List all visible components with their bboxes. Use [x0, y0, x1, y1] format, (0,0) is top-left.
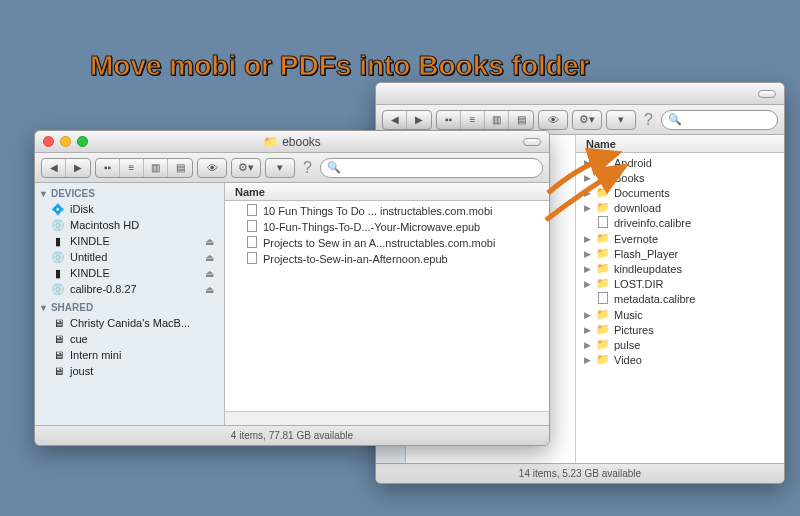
file-row[interactable]: Projects-to-Sew-in-an-Afternoon.epub	[225, 251, 549, 267]
file-row[interactable]: 10 Fun Things To Do ... instructables.co…	[225, 203, 549, 219]
horizontal-scrollbar[interactable]	[225, 411, 549, 425]
titlebar[interactable]: KINDLE	[376, 83, 784, 105]
file-row[interactable]: driveinfo.calibre	[576, 215, 784, 231]
titlebar[interactable]: 📁 ebooks	[35, 131, 549, 153]
forward-button[interactable]: ▶	[407, 111, 431, 129]
file-row[interactable]: ▶📁LOST.DIR	[576, 276, 784, 291]
eject-icon[interactable]: ⏏	[205, 268, 220, 279]
folder-icon: 📁	[596, 186, 610, 198]
eject-icon[interactable]: ⏏	[205, 236, 220, 247]
zoom-button[interactable]	[77, 136, 88, 147]
file-row[interactable]: ▶📁Music	[576, 307, 784, 322]
window-title: ebooks	[282, 135, 321, 149]
sidebar-item[interactable]: 🖥Intern mini	[35, 347, 224, 363]
action-menu-button[interactable]: ⚙▾	[231, 158, 261, 178]
disclosure-triangle[interactable]: ▶	[582, 264, 592, 274]
file-row[interactable]: ▶📁Android	[576, 155, 784, 170]
back-button[interactable]: ◀	[42, 159, 66, 177]
file-name: Pictures	[614, 324, 654, 336]
coverflow-view-button[interactable]: ▤	[168, 159, 192, 177]
column-view-button[interactable]: ▥	[485, 111, 509, 129]
folder-icon: 📁	[596, 353, 610, 365]
file-row[interactable]: ▶📁kindleupdates	[576, 261, 784, 276]
sidebar-item[interactable]: ▮KINDLE⏏	[35, 265, 224, 281]
column-header-name[interactable]: Name	[576, 135, 784, 153]
file-row[interactable]: ▶📁Documents	[576, 185, 784, 200]
folder-icon: 📁	[596, 323, 610, 335]
toolbar-toggle-pill[interactable]	[758, 90, 776, 98]
device-icon: 💿	[51, 251, 65, 263]
disclosure-triangle[interactable]: ▶	[582, 279, 592, 289]
dropbox-button[interactable]: ▾	[606, 110, 636, 130]
nav-buttons: ◀ ▶	[382, 110, 432, 130]
disclosure-triangle[interactable]: ▶	[582, 173, 592, 183]
instruction-caption: Move mobi or PDFs into Books folder	[90, 50, 589, 82]
sidebar-item[interactable]: ▮KINDLE⏏	[35, 233, 224, 249]
quicklook-button[interactable]: 👁	[197, 158, 227, 178]
coverflow-view-button[interactable]: ▤	[509, 111, 533, 129]
sidebar-item[interactable]: 🖥cue	[35, 331, 224, 347]
file-row[interactable]: metadata.calibre	[576, 291, 784, 307]
file-name: Evernote	[614, 233, 658, 245]
action-menu-button[interactable]: ⚙▾	[572, 110, 602, 130]
file-row[interactable]: ▶📁download	[576, 200, 784, 215]
column-view-button[interactable]: ▥	[144, 159, 168, 177]
eject-icon[interactable]: ⏏	[205, 252, 220, 263]
file-row[interactable]: ▶📁pulse	[576, 337, 784, 352]
disclosure-triangle[interactable]: ▶	[582, 249, 592, 259]
disclosure-triangle[interactable]: ▶	[582, 234, 592, 244]
device-icon: 💿	[51, 219, 65, 231]
back-button[interactable]: ◀	[383, 111, 407, 129]
column-header-name[interactable]: Name	[225, 183, 549, 201]
disclosure-triangle[interactable]: ▶	[582, 158, 592, 168]
file-name: metadata.calibre	[614, 293, 695, 305]
devices-header[interactable]: ▼DEVICES	[35, 183, 224, 201]
search-field[interactable]: 🔍	[661, 110, 778, 130]
shared-header[interactable]: ▼SHARED	[35, 297, 224, 315]
sidebar-item[interactable]: 💿Macintosh HD	[35, 217, 224, 233]
file-row[interactable]: ▶📁Pictures	[576, 322, 784, 337]
file-name: 10 Fun Things To Do ... instructables.co…	[263, 205, 492, 217]
file-row[interactable]: Projects to Sew in an A...nstructables.c…	[225, 235, 549, 251]
minimize-button[interactable]	[60, 136, 71, 147]
help-icon[interactable]: ?	[299, 159, 316, 177]
sidebar-item-label: Macintosh HD	[70, 219, 139, 231]
eject-icon[interactable]: ⏏	[205, 284, 220, 295]
forward-button[interactable]: ▶	[66, 159, 90, 177]
disclosure-triangle[interactable]: ▶	[582, 355, 592, 365]
sidebar-item[interactable]: 🖥joust	[35, 363, 224, 379]
device-icon: 💠	[51, 203, 65, 215]
file-icon	[598, 216, 608, 228]
file-name: Flash_Player	[614, 248, 678, 260]
file-row[interactable]: ▶📁Books	[576, 170, 784, 185]
sidebar-item[interactable]: 💠iDisk	[35, 201, 224, 217]
dropbox-button[interactable]: ▾	[265, 158, 295, 178]
toolbar-toggle-pill[interactable]	[523, 138, 541, 146]
file-name: pulse	[614, 339, 640, 351]
file-row[interactable]: ▶📁Evernote	[576, 231, 784, 246]
icon-view-button[interactable]: ▪▪	[437, 111, 461, 129]
disclosure-triangle[interactable]: ▶	[582, 310, 592, 320]
list-view-button[interactable]: ≡	[120, 159, 144, 177]
quicklook-button[interactable]: 👁	[538, 110, 568, 130]
disclosure-triangle[interactable]: ▶	[582, 340, 592, 350]
disclosure-triangle[interactable]: ▶	[582, 325, 592, 335]
help-icon[interactable]: ?	[640, 111, 657, 129]
disclosure-triangle[interactable]: ▶	[582, 188, 592, 198]
sidebar-item[interactable]: 🖥Christy Canida's MacB...	[35, 315, 224, 331]
search-field[interactable]: 🔍	[320, 158, 543, 178]
sidebar-item[interactable]: 💿Untitled⏏	[35, 249, 224, 265]
list-view-button[interactable]: ≡	[461, 111, 485, 129]
folder-icon: 📁	[596, 156, 610, 168]
file-list[interactable]: 10 Fun Things To Do ... instructables.co…	[225, 201, 549, 411]
icon-view-button[interactable]: ▪▪	[96, 159, 120, 177]
sidebar-item-label: Intern mini	[70, 349, 121, 361]
file-column: Name ▶📁Android▶📁Books▶📁Documents▶📁downlo…	[576, 135, 784, 463]
close-button[interactable]	[43, 136, 54, 147]
file-row[interactable]: ▶📁Flash_Player	[576, 246, 784, 261]
file-row[interactable]: ▶📁Video	[576, 352, 784, 367]
file-row[interactable]: 10-Fun-Things-To-D...-Your-Microwave.epu…	[225, 219, 549, 235]
disclosure-triangle[interactable]: ▶	[582, 203, 592, 213]
file-list[interactable]: ▶📁Android▶📁Books▶📁Documents▶📁downloaddri…	[576, 153, 784, 463]
sidebar-item[interactable]: 💿calibre-0.8.27⏏	[35, 281, 224, 297]
